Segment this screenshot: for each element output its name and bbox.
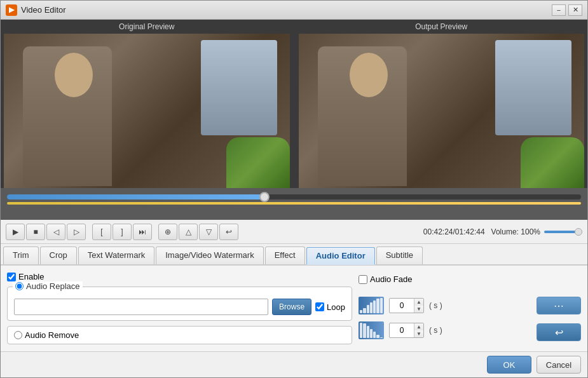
- audio-replace-title: Audio Replace: [13, 281, 83, 291]
- minimize-button[interactable]: −: [552, 4, 566, 16]
- title-bar: ▶ Video Editor − ✕: [1, 1, 587, 20]
- person-head-right: [350, 53, 388, 97]
- timeline-bar[interactable]: [7, 194, 581, 199]
- fade-controls: 0 ▲ ▼ ( s ) ⋯: [359, 297, 581, 341]
- tab-effect[interactable]: Effect: [265, 246, 305, 264]
- audio-replace-group: Audio Replace Browse Loop: [7, 287, 352, 321]
- fade-in-unit: ( s ): [429, 301, 442, 310]
- right-panel: Audio Fade 0: [359, 272, 581, 345]
- left-panel: Enable Audio Replace Browse: [7, 272, 352, 345]
- zoom-out-button[interactable]: ▽: [199, 224, 218, 240]
- main-content: Enable Audio Replace Browse: [1, 266, 587, 351]
- timeline-thumb[interactable]: [259, 192, 270, 202]
- window-controls: − ✕: [552, 4, 582, 16]
- output-preview-frame: [299, 34, 585, 188]
- audio-replace-radio-label[interactable]: Audio Replace: [15, 281, 80, 291]
- bg-elements-left: [201, 40, 277, 135]
- browse-button[interactable]: Browse: [272, 299, 311, 315]
- loop-checkbox[interactable]: [315, 302, 324, 311]
- timeline-yellow-bar: [7, 202, 581, 205]
- time-display: 00:42:24/01:42:44: [423, 227, 485, 236]
- volume-up-button[interactable]: ▷: [67, 224, 86, 240]
- fade-out-up[interactable]: ▲: [414, 323, 423, 330]
- preview-area: Original Preview Output Preview: [1, 20, 587, 188]
- video-editor-window: ▶ Video Editor − ✕ Original Preview: [0, 0, 588, 378]
- mark-in-button[interactable]: [: [92, 224, 111, 240]
- bottom-bar: OK Cancel: [1, 351, 587, 377]
- enable-row: Enable: [7, 272, 352, 281]
- tab-image-video-watermark[interactable]: Image/Video Watermark: [156, 246, 263, 264]
- volume-slider[interactable]: [544, 231, 582, 233]
- original-preview-frame: [4, 34, 290, 188]
- close-button[interactable]: ✕: [568, 4, 582, 16]
- person-head-left: [55, 53, 93, 97]
- fade-out-down[interactable]: ▼: [414, 330, 423, 337]
- audio-fade-row: Audio Fade: [359, 272, 581, 287]
- play-button[interactable]: ▶: [6, 224, 25, 240]
- audio-replace-radio[interactable]: [15, 282, 24, 290]
- file-input-row: Browse Loop: [14, 299, 345, 315]
- audio-file-input[interactable]: [14, 299, 268, 315]
- output-preview-col: Output Preview: [296, 20, 588, 188]
- kermit-right: [521, 137, 584, 188]
- fade-out-value: 0: [390, 326, 414, 335]
- zoom-in-button[interactable]: △: [179, 224, 198, 240]
- audio-fade-checkbox-label[interactable]: Audio Fade: [359, 274, 413, 284]
- tab-audio-editor[interactable]: Audio Editor: [306, 247, 375, 265]
- fade-in-down[interactable]: ▼: [414, 306, 423, 313]
- app-icon: ▶: [6, 4, 17, 16]
- kermit-left: [226, 137, 290, 188]
- original-video-bg: [4, 34, 290, 188]
- volume-thumb[interactable]: [575, 228, 582, 236]
- action-back-button[interactable]: ↩: [537, 323, 581, 341]
- controls-area: ▶ ■ ◁ ▷ [ ] ⏭ ⊕ △ ▽ ↩ 00:42:24/01:42:44 …: [1, 220, 587, 244]
- output-preview-label: Output Preview: [296, 20, 588, 34]
- tabs-bar: Trim Crop Text Watermark Image/Video Wat…: [1, 244, 587, 266]
- person-silhouette-left: [23, 46, 112, 186]
- fade-in-arrows: ▲ ▼: [414, 299, 423, 313]
- fade-out-unit: ( s ): [429, 326, 442, 335]
- audio-remove-group: Audio Remove: [7, 326, 352, 344]
- audio-fade-checkbox[interactable]: [359, 275, 367, 284]
- original-video-frame: [4, 34, 290, 188]
- original-preview-label: Original Preview: [1, 20, 293, 34]
- undo-button[interactable]: ↩: [219, 224, 238, 240]
- timeline-area: [1, 188, 587, 220]
- audio-remove-radio[interactable]: [14, 331, 22, 339]
- volume-label: Volume: 100%: [491, 227, 540, 236]
- timeline-progress: [7, 194, 265, 199]
- cancel-button[interactable]: Cancel: [537, 356, 581, 374]
- bg-elements-right: [495, 40, 571, 135]
- fade-in-spinner[interactable]: 0 ▲ ▼: [389, 298, 424, 313]
- volume-down-button[interactable]: ◁: [46, 224, 65, 240]
- fade-out-arrows: ▲ ▼: [414, 323, 423, 337]
- fade-out-icon: [359, 321, 384, 339]
- original-preview-col: Original Preview: [1, 20, 293, 188]
- ok-button[interactable]: OK: [487, 356, 531, 374]
- zoom-fit-button[interactable]: ⊕: [158, 224, 177, 240]
- fade-in-up[interactable]: ▲: [414, 299, 423, 306]
- audio-replace-inner: Browse Loop: [14, 292, 345, 315]
- tab-crop[interactable]: Crop: [40, 246, 77, 264]
- stop-button[interactable]: ■: [26, 224, 45, 240]
- skip-end-button[interactable]: ⏭: [133, 224, 152, 240]
- loop-checkbox-label[interactable]: Loop: [315, 302, 345, 312]
- enable-checkbox-label[interactable]: Enable: [7, 272, 44, 281]
- window-title: Video Editor: [21, 5, 552, 15]
- action-dots-button[interactable]: ⋯: [537, 297, 581, 314]
- fade-in-icon: [359, 297, 384, 314]
- output-video-frame: [299, 34, 585, 188]
- fade-in-row: 0 ▲ ▼ ( s ) ⋯: [359, 297, 581, 314]
- fade-in-value: 0: [390, 301, 414, 310]
- output-video-bg: [299, 34, 585, 188]
- mark-out-button[interactable]: ]: [113, 224, 132, 240]
- fade-out-spinner[interactable]: 0 ▲ ▼: [389, 323, 424, 338]
- fade-out-row: 0 ▲ ▼ ( s ) ↩: [359, 320, 581, 341]
- tab-subtitle[interactable]: Subtitle: [376, 246, 423, 264]
- audio-remove-radio-label[interactable]: Audio Remove: [14, 330, 79, 340]
- enable-checkbox[interactable]: [7, 273, 16, 281]
- person-silhouette-right: [318, 46, 407, 186]
- tab-text-watermark[interactable]: Text Watermark: [78, 246, 155, 264]
- tab-trim[interactable]: Trim: [3, 246, 39, 264]
